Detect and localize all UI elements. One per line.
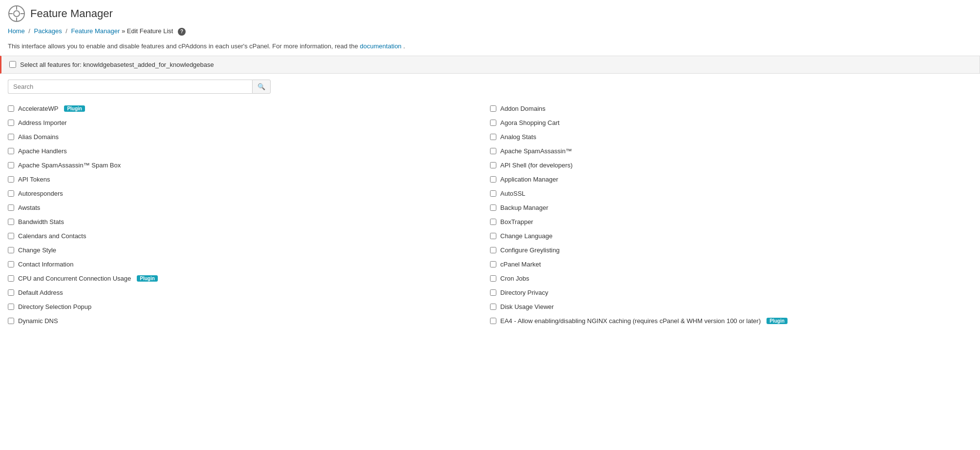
feature-label-dynamic-dns[interactable]: Dynamic DNS bbox=[18, 317, 58, 325]
select-all-bar: Select all features for: knowldgebasetes… bbox=[0, 56, 980, 74]
feature-checkbox-address-importer[interactable] bbox=[8, 120, 14, 126]
feature-label-calendars-and-contacts[interactable]: Calendars and Contacts bbox=[18, 232, 86, 240]
feature-checkbox-directory-selection-popup[interactable] bbox=[8, 304, 14, 310]
feature-checkbox-bandwidth-stats[interactable] bbox=[8, 219, 14, 225]
feature-item: Address Importer bbox=[8, 116, 490, 130]
breadcrumb-feature-manager[interactable]: Feature Manager bbox=[71, 27, 120, 35]
feature-checkbox-agora-shopping-cart[interactable] bbox=[490, 120, 496, 126]
feature-item: Agora Shopping Cart bbox=[490, 116, 972, 130]
feature-label-backup-manager[interactable]: Backup Manager bbox=[500, 204, 548, 211]
breadcrumb-home[interactable]: Home bbox=[8, 27, 25, 35]
feature-label-ea4-nginx-caching[interactable]: EA4 - Allow enabling/disabling NGINX cac… bbox=[500, 317, 761, 325]
feature-label-disk-usage-viewer[interactable]: Disk Usage Viewer bbox=[500, 303, 554, 310]
feature-checkbox-cron-jobs[interactable] bbox=[490, 275, 496, 282]
feature-item: API Tokens bbox=[8, 172, 490, 186]
feature-checkbox-change-language[interactable] bbox=[490, 233, 496, 239]
feature-label-addon-domains[interactable]: Addon Domains bbox=[500, 105, 546, 112]
feature-label-acceleratewp[interactable]: AccelerateWP bbox=[18, 105, 58, 112]
feature-checkbox-configure-greylisting[interactable] bbox=[490, 247, 496, 253]
feature-item: Analog Stats bbox=[490, 130, 972, 144]
feature-label-cpanel-market[interactable]: cPanel Market bbox=[500, 261, 541, 268]
feature-checkbox-disk-usage-viewer[interactable] bbox=[490, 304, 496, 310]
feature-checkbox-calendars-and-contacts[interactable] bbox=[8, 233, 14, 239]
plugin-badge: Plugin bbox=[64, 105, 85, 112]
feature-checkbox-autoresponders[interactable] bbox=[8, 190, 14, 197]
feature-label-contact-information[interactable]: Contact Information bbox=[18, 261, 73, 268]
feature-label-directory-selection-popup[interactable]: Directory Selection Popup bbox=[18, 303, 91, 310]
search-button[interactable]: 🔍 bbox=[252, 80, 271, 94]
feature-item: API Shell (for developers) bbox=[490, 158, 972, 172]
feature-label-apache-handlers[interactable]: Apache Handlers bbox=[18, 147, 67, 155]
feature-label-application-manager[interactable]: Application Manager bbox=[500, 176, 558, 183]
feature-label-apache-spamassassin-spam-box[interactable]: Apache SpamAssassin™ Spam Box bbox=[18, 162, 121, 169]
feature-item: Configure Greylisting bbox=[490, 243, 972, 257]
feature-checkbox-ea4-nginx-caching[interactable] bbox=[490, 318, 496, 324]
feature-checkbox-boxtrapper[interactable] bbox=[490, 219, 496, 225]
feature-checkbox-application-manager[interactable] bbox=[490, 176, 496, 183]
feature-item: Awstats bbox=[8, 201, 490, 215]
feature-label-agora-shopping-cart[interactable]: Agora Shopping Cart bbox=[500, 119, 559, 126]
feature-checkbox-dynamic-dns[interactable] bbox=[8, 318, 14, 324]
feature-label-change-language[interactable]: Change Language bbox=[500, 232, 553, 240]
feature-item: Apache SpamAssassin™ Spam Box bbox=[8, 158, 490, 172]
select-all-checkbox[interactable] bbox=[9, 61, 16, 68]
feature-checkbox-apache-spamassassin[interactable] bbox=[490, 148, 496, 154]
feature-label-change-style[interactable]: Change Style bbox=[18, 246, 56, 254]
breadcrumb-packages[interactable]: Packages bbox=[34, 27, 62, 35]
feature-checkbox-addon-domains[interactable] bbox=[490, 105, 496, 112]
feature-item: AutoSSL bbox=[490, 186, 972, 201]
svg-point-1 bbox=[14, 11, 20, 17]
feature-checkbox-api-tokens[interactable] bbox=[8, 176, 14, 183]
feature-item: Disk Usage Viewer bbox=[490, 300, 972, 314]
search-icon: 🔍 bbox=[257, 83, 265, 90]
feature-checkbox-analog-stats[interactable] bbox=[490, 134, 496, 140]
feature-item: Apache SpamAssassin™ bbox=[490, 144, 972, 158]
feature-checkbox-acceleratewp[interactable] bbox=[8, 105, 14, 112]
feature-item: Application Manager bbox=[490, 172, 972, 186]
feature-label-alias-domains[interactable]: Alias Domains bbox=[18, 133, 59, 141]
feature-checkbox-apache-spamassassin-spam-box[interactable] bbox=[8, 162, 14, 168]
select-all-label[interactable]: Select all features for: knowldgebasetes… bbox=[20, 61, 214, 68]
feature-label-bandwidth-stats[interactable]: Bandwidth Stats bbox=[18, 218, 64, 225]
feature-item: BoxTrapper bbox=[490, 215, 972, 229]
feature-label-cpu-concurrent-connection-usage[interactable]: CPU and Concurrent Connection Usage bbox=[18, 275, 131, 282]
feature-checkbox-backup-manager[interactable] bbox=[490, 205, 496, 211]
feature-checkbox-cpanel-market[interactable] bbox=[490, 261, 496, 267]
feature-item: Dynamic DNS bbox=[8, 314, 490, 328]
feature-checkbox-alias-domains[interactable] bbox=[8, 134, 14, 140]
feature-manager-icon bbox=[8, 5, 25, 22]
feature-label-awstats[interactable]: Awstats bbox=[18, 204, 40, 211]
feature-label-configure-greylisting[interactable]: Configure Greylisting bbox=[500, 246, 559, 254]
help-icon[interactable]: ? bbox=[178, 28, 186, 36]
feature-checkbox-change-style[interactable] bbox=[8, 247, 14, 253]
feature-label-apache-spamassassin[interactable]: Apache SpamAssassin™ bbox=[500, 147, 572, 155]
features-grid: AccelerateWPPluginAddon DomainsAddress I… bbox=[0, 102, 980, 328]
feature-checkbox-apache-handlers[interactable] bbox=[8, 148, 14, 154]
feature-item: Cron Jobs bbox=[490, 271, 972, 286]
feature-checkbox-awstats[interactable] bbox=[8, 205, 14, 211]
breadcrumb-edit: Edit Feature List bbox=[127, 27, 173, 35]
feature-item: CPU and Concurrent Connection UsagePlugi… bbox=[8, 271, 490, 286]
feature-item: EA4 - Allow enabling/disabling NGINX cac… bbox=[490, 314, 972, 328]
plugin-badge: Plugin bbox=[137, 275, 158, 282]
feature-label-autossl[interactable]: AutoSSL bbox=[500, 190, 525, 197]
feature-label-api-tokens[interactable]: API Tokens bbox=[18, 176, 50, 183]
feature-checkbox-directory-privacy[interactable] bbox=[490, 289, 496, 296]
feature-label-directory-privacy[interactable]: Directory Privacy bbox=[500, 289, 548, 296]
feature-label-api-shell[interactable]: API Shell (for developers) bbox=[500, 162, 573, 169]
feature-label-autoresponders[interactable]: Autoresponders bbox=[18, 190, 63, 197]
feature-label-address-importer[interactable]: Address Importer bbox=[18, 119, 67, 126]
feature-checkbox-cpu-concurrent-connection-usage[interactable] bbox=[8, 275, 14, 282]
feature-label-analog-stats[interactable]: Analog Stats bbox=[500, 133, 536, 141]
feature-checkbox-autossl[interactable] bbox=[490, 190, 496, 197]
search-input[interactable] bbox=[8, 80, 252, 94]
feature-checkbox-contact-information[interactable] bbox=[8, 261, 14, 267]
feature-checkbox-default-address[interactable] bbox=[8, 289, 14, 296]
feature-label-default-address[interactable]: Default Address bbox=[18, 289, 63, 296]
feature-checkbox-api-shell[interactable] bbox=[490, 162, 496, 168]
feature-label-boxtrapper[interactable]: BoxTrapper bbox=[500, 218, 533, 225]
feature-label-cron-jobs[interactable]: Cron Jobs bbox=[500, 275, 529, 282]
documentation-link[interactable]: documentation bbox=[360, 42, 402, 50]
search-bar: 🔍 bbox=[0, 80, 980, 102]
feature-item: Addon Domains bbox=[490, 102, 972, 116]
